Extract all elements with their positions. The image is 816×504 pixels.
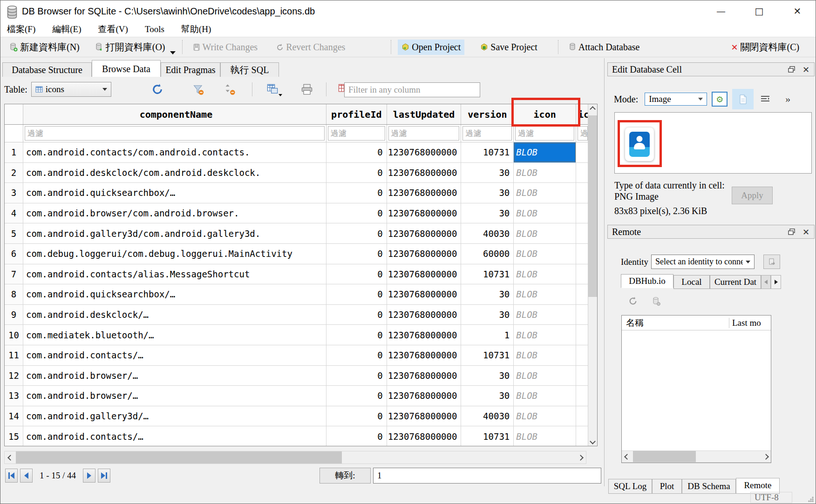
row-number[interactable]: 11 — [5, 345, 23, 365]
maximize-button[interactable]: □ — [748, 6, 770, 17]
remote-name-header[interactable]: 名稱 — [622, 317, 644, 329]
table-row[interactable]: 10 com.mediatek.bluetooth/… 0 1230768000… — [5, 325, 588, 345]
cell-profileId[interactable]: 0 — [326, 163, 387, 183]
header-lastUpdated[interactable]: lastUpdated — [387, 104, 462, 124]
row-number[interactable]: 2 — [5, 163, 23, 183]
cell-profileId[interactable]: 0 — [326, 284, 387, 304]
remote-tab-dbhub[interactable]: DBHub.io — [621, 274, 673, 288]
close-database-button[interactable]: ✕ 關閉資料庫(C) — [727, 39, 803, 56]
identity-select[interactable]: Select an identity to conne — [651, 255, 755, 269]
cell-icon-blob[interactable]: BLOB — [514, 406, 576, 426]
cell-partial[interactable] — [576, 426, 588, 446]
vertical-scroll-thumb[interactable] — [588, 115, 597, 297]
cell-partial[interactable] — [576, 325, 588, 345]
cell-lastUpdated[interactable]: 1230768000000 — [387, 366, 462, 386]
cell-componentName[interactable]: com.android.deskclock/… — [23, 305, 326, 325]
close-panel-icon[interactable]: ✕ — [802, 65, 809, 74]
cell-version[interactable]: 30 — [461, 163, 514, 183]
header-version[interactable]: version — [461, 104, 514, 124]
cell-lastUpdated[interactable]: 1230768000000 — [387, 284, 462, 304]
cell-version[interactable]: 30 — [461, 305, 514, 325]
print-icon[interactable] — [301, 83, 313, 95]
cell-profileId[interactable]: 0 — [326, 366, 387, 386]
filter-any-column-input[interactable] — [344, 82, 480, 97]
row-number[interactable]: 3 — [5, 183, 23, 203]
scroll-left-icon[interactable] — [622, 451, 632, 462]
resize-grip[interactable] — [808, 497, 814, 502]
table-row[interactable]: 13 com.android.browser/… 0 1230768000000… — [5, 386, 588, 406]
cell-lastUpdated[interactable]: 1230768000000 — [387, 345, 462, 365]
save-table-icon[interactable] — [266, 83, 279, 95]
cell-lastUpdated[interactable]: 1230768000000 — [387, 223, 462, 243]
cell-icon-blob[interactable]: BLOB — [514, 284, 576, 304]
cell-lastUpdated[interactable]: 1230768000000 — [387, 305, 462, 325]
grid-vertical-scrollbar[interactable] — [588, 104, 597, 446]
row-number[interactable]: 12 — [5, 366, 23, 386]
mode-select[interactable]: Image — [645, 93, 707, 106]
cell-icon-blob[interactable]: BLOB — [514, 345, 576, 365]
table-row[interactable]: 12 com.android.browser/… 0 1230768000000… — [5, 366, 588, 386]
cell-partial[interactable] — [576, 366, 588, 386]
row-number[interactable]: 9 — [5, 305, 23, 325]
menu-file[interactable]: 檔案(F) — [5, 22, 37, 36]
attach-database-button[interactable]: Attach Database — [565, 40, 644, 55]
grid-horizontal-scrollbar[interactable] — [4, 451, 586, 464]
cell-profileId[interactable]: 0 — [326, 264, 387, 284]
filter-icon-partial[interactable]: 過濾 — [578, 126, 588, 141]
bottom-tab-plot[interactable]: Plot — [652, 479, 682, 494]
cell-componentName[interactable]: com.android.gallery3d/com.android.galler… — [23, 223, 326, 243]
prev-page-button[interactable] — [20, 469, 33, 483]
remote-tab-current-database[interactable]: Current Dat — [710, 275, 761, 289]
cell-componentName[interactable]: com.android.contacts/com.android.contact… — [23, 142, 326, 162]
float-panel-icon[interactable] — [788, 66, 795, 73]
cell-componentName[interactable]: com.android.contacts/… — [23, 426, 326, 446]
identity-import-button[interactable] — [763, 255, 780, 269]
filter-lastUpdated[interactable]: 過濾 — [388, 126, 460, 141]
cell-profileId[interactable]: 0 — [326, 386, 387, 406]
cell-profileId[interactable]: 0 — [326, 325, 387, 345]
first-page-button[interactable] — [5, 469, 18, 483]
import-data-button[interactable]: ⚙ — [712, 92, 728, 107]
open-project-button[interactable]: Open Project — [398, 40, 464, 55]
tab-database-structure[interactable]: Database Structure — [2, 62, 92, 77]
cell-version[interactable]: 30 — [461, 386, 514, 406]
cell-partial[interactable] — [576, 284, 588, 304]
scroll-up-icon[interactable] — [588, 104, 597, 114]
cell-profileId[interactable]: 0 — [326, 345, 387, 365]
cell-lastUpdated[interactable]: 1230768000000 — [387, 163, 462, 183]
cell-version[interactable]: 60000 — [461, 244, 514, 264]
header-profileId[interactable]: profileId — [326, 104, 387, 124]
cell-icon-blob[interactable]: BLOB — [514, 244, 576, 264]
encoding-status[interactable]: UTF-8 — [750, 492, 792, 503]
minimize-button[interactable]: — — [710, 6, 732, 17]
scroll-right-icon[interactable] — [575, 451, 586, 464]
cell-componentName[interactable]: com.android.deskclock/com.android.deskcl… — [23, 163, 326, 183]
cell-partial[interactable] — [576, 406, 588, 426]
row-number[interactable]: 7 — [5, 264, 23, 284]
last-page-button[interactable] — [98, 469, 110, 483]
table-select[interactable]: icons — [31, 82, 111, 97]
table-row[interactable]: 2 com.android.deskclock/com.android.desk… — [5, 163, 588, 183]
overflow-chevrons-icon[interactable]: » — [785, 93, 790, 105]
cell-componentName[interactable]: com.android.gallery3d/… — [23, 406, 326, 426]
scroll-left-icon[interactable] — [5, 451, 16, 464]
cell-lastUpdated[interactable]: 1230768000000 — [387, 386, 462, 406]
row-number[interactable]: 13 — [5, 386, 23, 406]
cell-version[interactable]: 30 — [461, 284, 514, 304]
cell-componentName[interactable]: com.android.contacts/… — [23, 345, 326, 365]
write-changes-button[interactable]: Write Changes — [189, 40, 262, 55]
menu-view[interactable]: 查看(V) — [96, 22, 130, 36]
cell-version[interactable]: 10731 — [461, 264, 514, 284]
cell-icon-blob[interactable]: BLOB — [514, 223, 576, 243]
cell-partial[interactable] — [576, 183, 588, 203]
bottom-tab-sql-log[interactable]: SQL Log — [608, 479, 652, 494]
cell-componentName[interactable]: com.android.browser/com.android.browser. — [23, 203, 326, 223]
cell-lastUpdated[interactable]: 1230768000000 — [387, 244, 462, 264]
row-number[interactable]: 14 — [5, 406, 23, 426]
horizontal-scroll-thumb[interactable] — [16, 451, 342, 464]
cell-partial[interactable] — [576, 264, 588, 284]
float-panel-icon[interactable] — [788, 228, 795, 235]
scroll-down-icon[interactable] — [588, 437, 597, 446]
save-table-dropdown-caret[interactable] — [279, 94, 282, 96]
table-row[interactable]: 8 com.android.quicksearchbox/… 0 1230768… — [5, 284, 588, 305]
